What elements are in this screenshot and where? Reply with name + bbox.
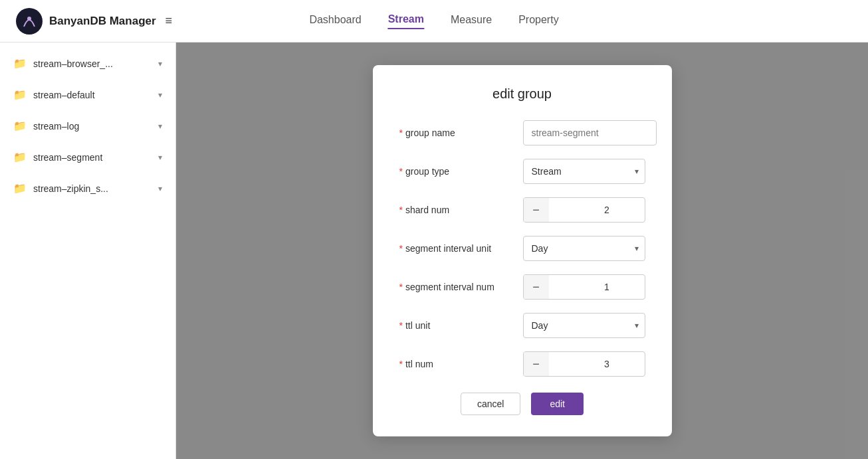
- form-row-ttl-unit: * ttl unit Day Hour Minute ▾: [399, 313, 645, 338]
- segment-interval-unit-label: * segment interval unit: [399, 243, 512, 254]
- form-row-ttl-num: * ttl num − +: [399, 351, 645, 377]
- folder-icon: 📁: [13, 151, 27, 163]
- group-name-input[interactable]: [523, 120, 657, 145]
- sidebar: 📁 stream–browser_... ▾ 📁 stream–default …: [0, 43, 176, 459]
- required-star: *: [399, 320, 403, 331]
- tab-dashboard[interactable]: Dashboard: [309, 14, 361, 29]
- tab-stream[interactable]: Stream: [388, 13, 424, 29]
- segment-interval-unit-select[interactable]: Day Hour Minute: [523, 236, 645, 261]
- svg-point-0: [18, 10, 41, 33]
- app-title: BanyanDB Manager: [49, 15, 156, 28]
- edit-button[interactable]: edit: [531, 393, 584, 415]
- ttl-num-value[interactable]: [549, 359, 645, 369]
- ttl-num-decrement-button[interactable]: −: [524, 352, 549, 376]
- form-row-segment-interval-unit: * segment interval unit Day Hour Minute …: [399, 236, 645, 261]
- sidebar-item-label: stream–zipkin_s...: [33, 183, 108, 194]
- required-star: *: [399, 359, 403, 369]
- folder-icon: 📁: [13, 120, 27, 132]
- ttl-num-label: * ttl num: [399, 359, 512, 369]
- required-star: *: [399, 128, 403, 138]
- chevron-down-icon: ▾: [158, 122, 162, 131]
- modal-overlay: edit group * group name * group type: [176, 43, 868, 459]
- logo-area: BanyanDB Manager ≡: [16, 8, 172, 35]
- folder-icon: 📁: [13, 88, 27, 101]
- main-layout: 📁 stream–browser_... ▾ 📁 stream–default …: [0, 43, 868, 459]
- form-row-group-type: * group type Stream Measure ▾: [399, 159, 645, 184]
- segment-interval-num-stepper: − +: [523, 274, 645, 300]
- shard-num-value[interactable]: [549, 205, 645, 215]
- group-type-select[interactable]: Stream Measure: [523, 159, 645, 184]
- sidebar-item-label: stream–log: [33, 121, 79, 132]
- main-content: edit group * group name * group type: [176, 43, 868, 459]
- edit-group-modal: edit group * group name * group type: [373, 65, 672, 436]
- cancel-button[interactable]: cancel: [461, 393, 520, 415]
- segment-interval-unit-select-wrapper: Day Hour Minute ▾: [523, 236, 645, 261]
- menu-icon[interactable]: ≡: [165, 14, 173, 28]
- required-star: *: [399, 282, 403, 292]
- sidebar-item-label: stream–default: [33, 90, 95, 100]
- form-row-group-name: * group name: [399, 120, 645, 145]
- segment-interval-num-label: * segment interval num: [399, 282, 512, 292]
- group-name-label: * group name: [399, 128, 512, 138]
- chevron-down-icon: ▾: [158, 90, 162, 100]
- segment-interval-num-decrement-button[interactable]: −: [524, 275, 549, 299]
- app-header: BanyanDB Manager ≡ Dashboard Stream Meas…: [0, 0, 868, 43]
- form-row-segment-interval-num: * segment interval num − +: [399, 274, 645, 300]
- segment-interval-num-value[interactable]: [549, 282, 645, 292]
- shard-num-label: * shard num: [399, 205, 512, 215]
- chevron-down-icon: ▾: [158, 184, 162, 193]
- modal-actions: cancel edit: [399, 393, 645, 415]
- modal-title: edit group: [399, 86, 645, 102]
- tab-property[interactable]: Property: [518, 14, 558, 29]
- folder-icon: 📁: [13, 182, 27, 195]
- sidebar-item-default[interactable]: 📁 stream–default ▾: [0, 79, 175, 110]
- required-star: *: [399, 166, 403, 177]
- ttl-unit-select-wrapper: Day Hour Minute ▾: [523, 313, 645, 338]
- shard-num-decrement-button[interactable]: −: [524, 198, 549, 222]
- ttl-unit-label: * ttl unit: [399, 320, 512, 331]
- sidebar-item-zipkin[interactable]: 📁 stream–zipkin_s... ▾: [0, 173, 175, 204]
- folder-icon: 📁: [13, 57, 27, 70]
- shard-num-stepper: − +: [523, 197, 645, 223]
- form-row-shard-num: * shard num − +: [399, 197, 645, 223]
- sidebar-item-browser[interactable]: 📁 stream–browser_... ▾: [0, 48, 175, 79]
- sidebar-item-label: stream–browser_...: [33, 58, 113, 69]
- group-type-select-wrapper: Stream Measure ▾: [523, 159, 645, 184]
- ttl-unit-select[interactable]: Day Hour Minute: [523, 313, 645, 338]
- group-type-label: * group type: [399, 166, 512, 177]
- ttl-num-stepper: − +: [523, 351, 645, 377]
- tab-measure[interactable]: Measure: [451, 14, 492, 29]
- nav-tabs: Dashboard Stream Measure Property: [309, 13, 558, 29]
- sidebar-item-label: stream–segment: [33, 152, 102, 163]
- required-star: *: [399, 205, 403, 215]
- sidebar-item-segment[interactable]: 📁 stream–segment ▾: [0, 141, 175, 173]
- logo-icon: [16, 8, 43, 35]
- required-star: *: [399, 243, 403, 254]
- chevron-down-icon: ▾: [158, 153, 162, 162]
- sidebar-item-log[interactable]: 📁 stream–log ▾: [0, 110, 175, 141]
- svg-point-1: [27, 17, 31, 21]
- chevron-down-icon: ▾: [158, 59, 162, 68]
